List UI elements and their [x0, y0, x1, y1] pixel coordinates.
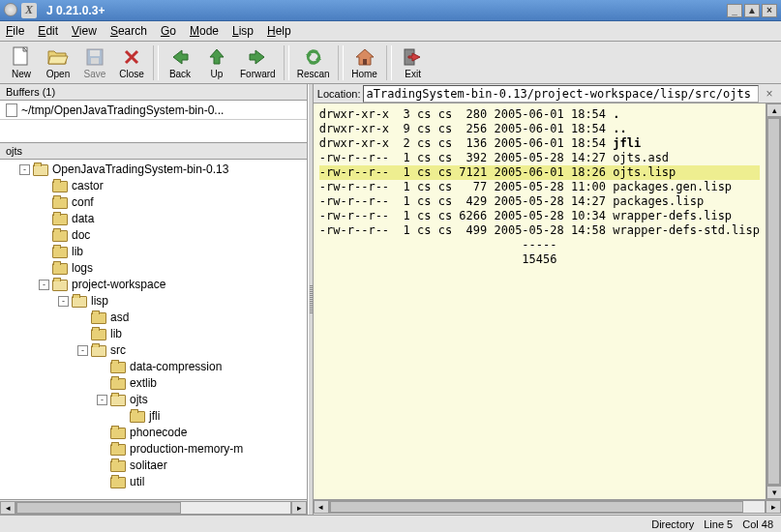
listing-row[interactable]: drwxr-xr-x 3 cs cs 280 2005-06-01 18:54 …: [319, 107, 760, 122]
tree-node[interactable]: util: [4, 474, 307, 490]
forward-arrow-icon: [247, 46, 268, 68]
tree-node[interactable]: phonecode: [4, 425, 307, 441]
directory-listing[interactable]: drwxr-xr-x 3 cs cs 280 2005-06-01 18:54 …: [314, 103, 766, 499]
tree-node[interactable]: asd: [4, 310, 307, 326]
rescan-button[interactable]: Rescan: [293, 44, 334, 81]
tree-node[interactable]: jfli: [4, 408, 307, 425]
tree-node[interactable]: doc: [4, 227, 307, 244]
scroll-down-button[interactable]: ▾: [766, 486, 781, 499]
tree-node[interactable]: -OpenJavaTradingSystem-bin-0.13: [4, 162, 307, 178]
close-window-button[interactable]: ×: [762, 4, 777, 17]
tree-expander[interactable]: -: [58, 296, 69, 307]
location-bar: Location: aTradingSystem-bin-0.13/projec…: [314, 84, 781, 103]
status-line: Line 5: [704, 518, 733, 530]
back-button[interactable]: Back: [163, 44, 197, 81]
home-button[interactable]: Home: [347, 44, 382, 81]
tree-node-label: lisp: [91, 293, 108, 310]
maximize-button[interactable]: ▲: [744, 4, 760, 17]
tree-node[interactable]: castor: [4, 178, 307, 194]
folder-icon: [130, 411, 145, 423]
tree-node[interactable]: solitaer: [4, 458, 307, 474]
scroll-thumb[interactable]: [330, 501, 743, 513]
tree-node-label: data-compression: [130, 359, 222, 375]
right-pane: Location: aTradingSystem-bin-0.13/projec…: [314, 84, 781, 515]
scroll-thumb[interactable]: [767, 118, 780, 485]
tree-node-label: lib: [110, 326, 122, 342]
tree-expander[interactable]: -: [39, 280, 49, 290]
listing-row[interactable]: -rw-r--r-- 1 cs cs 499 2005-05-28 14:58 …: [319, 223, 760, 238]
save-button[interactable]: Save: [77, 44, 112, 81]
tree-node-label: logs: [72, 260, 93, 277]
refresh-icon: [303, 46, 324, 68]
tree-node[interactable]: production-memory-m: [4, 441, 307, 458]
menu-mode[interactable]: Mode: [190, 24, 219, 38]
listing-row[interactable]: -rw-r--r-- 1 cs cs 6266 2005-05-28 10:34…: [319, 209, 760, 223]
menu-go[interactable]: Go: [161, 24, 176, 38]
listing-horizontal-scrollbar[interactable]: ◂ ▸: [314, 499, 781, 515]
tree-expander[interactable]: -: [77, 345, 88, 356]
svg-rect-3: [91, 58, 99, 64]
listing-row[interactable]: -rw-r--r-- 1 cs cs 77 2005-05-28 11:00 p…: [319, 180, 760, 194]
forward-button[interactable]: Forward: [236, 44, 280, 81]
menu-edit[interactable]: Edit: [38, 24, 58, 38]
scroll-left-button[interactable]: ◂: [314, 500, 329, 514]
scroll-right-button[interactable]: ▸: [766, 500, 781, 514]
tree-node[interactable]: -src: [4, 342, 307, 359]
pane-splitter[interactable]: [308, 84, 314, 515]
folder-icon: [110, 395, 126, 406]
tree-node[interactable]: -ojts: [4, 392, 307, 408]
tree-node[interactable]: logs: [4, 260, 307, 277]
menu-lisp[interactable]: Lisp: [232, 24, 254, 38]
scroll-up-button[interactable]: ▴: [766, 103, 781, 117]
tree-node-label: jfli: [149, 408, 160, 425]
buffer-item[interactable]: ~/tmp/OpenJavaTradingSystem-bin-0...: [0, 101, 307, 120]
tree-node[interactable]: lib: [4, 244, 307, 260]
location-field[interactable]: aTradingSystem-bin-0.13/project-workspac…: [363, 85, 760, 103]
left-pane: Buffers (1) ~/tmp/OpenJavaTradingSystem-…: [0, 84, 308, 515]
tree-node-label: lib: [72, 244, 83, 260]
menu-view[interactable]: View: [72, 24, 97, 38]
open-button[interactable]: Open: [41, 44, 75, 81]
tree-node-label: project-workspace: [72, 277, 165, 293]
location-close-button[interactable]: ×: [762, 86, 777, 102]
status-bar: Directory Line 5 Col 48: [0, 515, 781, 532]
tree-expander[interactable]: -: [19, 164, 30, 175]
exit-button[interactable]: Exit: [396, 44, 431, 81]
vertical-scrollbar[interactable]: ▴ ▾: [766, 103, 781, 499]
folder-icon: [110, 378, 126, 390]
close-button[interactable]: Close: [114, 44, 149, 81]
tree-node[interactable]: lib: [4, 326, 307, 342]
scroll-track[interactable]: [329, 500, 766, 514]
listing-row[interactable]: -rw-r--r-- 1 cs cs 392 2005-05-28 14:27 …: [319, 151, 760, 165]
tree-horizontal-scrollbar[interactable]: ◂ ▸: [0, 499, 307, 515]
scroll-track[interactable]: [15, 501, 291, 515]
toolbar-separator: [284, 45, 289, 80]
scroll-track[interactable]: [766, 117, 781, 486]
tree-node[interactable]: -project-workspace: [4, 277, 307, 293]
tree-node[interactable]: data: [4, 211, 307, 227]
folder-icon: [33, 164, 48, 176]
tree-node[interactable]: extlib: [4, 375, 307, 392]
new-button[interactable]: New: [4, 44, 39, 81]
scroll-right-button[interactable]: ▸: [291, 501, 307, 515]
listing-row[interactable]: drwxr-xr-x 2 cs cs 136 2005-06-01 18:54 …: [319, 136, 760, 151]
svg-rect-4: [363, 59, 367, 65]
menu-help[interactable]: Help: [267, 24, 291, 38]
tree-node[interactable]: conf: [4, 194, 307, 211]
up-button[interactable]: Up: [199, 44, 234, 81]
minimize-button[interactable]: _: [727, 4, 742, 17]
scroll-left-button[interactable]: ◂: [0, 501, 15, 515]
menu-file[interactable]: File: [6, 24, 24, 38]
tree-node[interactable]: -lisp: [4, 293, 307, 310]
tree-expander[interactable]: -: [97, 395, 107, 405]
window-menu-icon[interactable]: [4, 3, 17, 16]
scroll-thumb[interactable]: [16, 502, 181, 514]
up-arrow-icon: [206, 46, 227, 68]
tree-view[interactable]: -OpenJavaTradingSystem-bin-0.13castorcon…: [0, 160, 307, 499]
listing-row[interactable]: -rw-r--r-- 1 cs cs 7121 2005-06-01 18:26…: [319, 165, 760, 180]
listing-row[interactable]: drwxr-xr-x 9 cs cs 256 2005-06-01 18:54 …: [319, 122, 760, 136]
tree-node-label: util: [130, 474, 144, 490]
tree-node[interactable]: data-compression: [4, 359, 307, 375]
listing-row[interactable]: -rw-r--r-- 1 cs cs 429 2005-05-28 14:27 …: [319, 194, 760, 209]
menu-search[interactable]: Search: [110, 24, 147, 38]
